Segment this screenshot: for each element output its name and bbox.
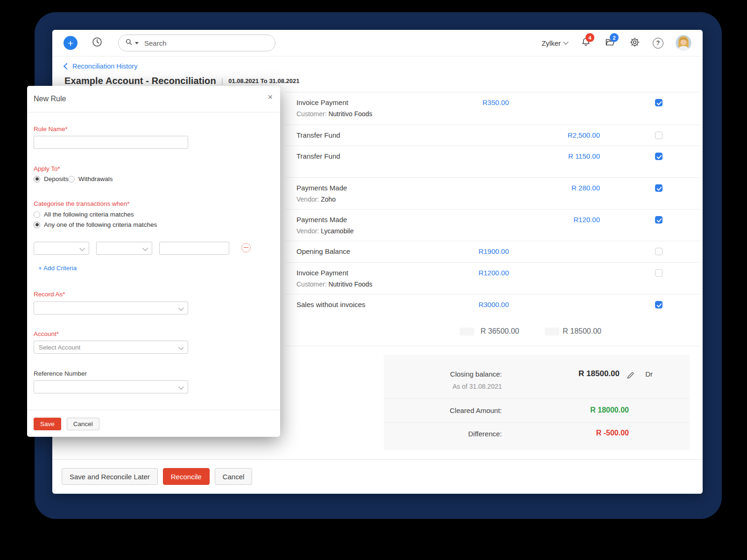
- criteria-any-radio[interactable]: Any one of the following criteria matche…: [34, 221, 157, 228]
- quick-create-button[interactable]: +: [63, 36, 78, 50]
- row-checkbox[interactable]: [655, 99, 662, 106]
- account-placeholder: Select Account: [39, 344, 80, 351]
- radio-icon: [34, 222, 40, 228]
- table-row: Sales without invoices R3000.00: [286, 294, 700, 322]
- modal-title: New Rule: [34, 95, 66, 103]
- table-row: Invoice Payment Customer: Nutritivo Food…: [286, 92, 700, 125]
- account-select[interactable]: Select Account: [34, 341, 188, 354]
- transaction-type: Opening Balance: [296, 247, 350, 255]
- org-switcher[interactable]: Zylker: [542, 39, 568, 47]
- row-checkbox[interactable]: [655, 269, 662, 277]
- chevron-down-icon: [79, 245, 85, 251]
- categorise-label: Categorise the transactions when*: [34, 200, 130, 207]
- topbar-right-cluster: Zylker 4: [542, 30, 691, 56]
- rule-name-input[interactable]: [34, 136, 188, 149]
- save-and-reconcile-later-button[interactable]: Save and Reconcile Later: [62, 468, 158, 485]
- radio-icon: [34, 211, 40, 218]
- search-input[interactable]: [143, 39, 253, 48]
- cancel-button[interactable]: Cancel: [215, 468, 253, 485]
- org-name: Zylker: [542, 39, 561, 47]
- criteria-field-select[interactable]: [34, 242, 89, 255]
- apply-to-withdrawals-radio[interactable]: Withdrawals: [68, 175, 113, 182]
- divider: [384, 422, 690, 423]
- table-row: Payments Made Vendor: Zoho R 280.00: [286, 178, 700, 210]
- difference-value: R -500.00: [596, 429, 629, 437]
- closing-balance-value: R 18500.00: [578, 369, 620, 378]
- breadcrumb-label: Reconciliation History: [72, 63, 137, 70]
- transaction-type: Payments Made: [296, 184, 347, 192]
- search-scope-dropdown-icon[interactable]: [135, 42, 139, 44]
- row-checkbox[interactable]: [655, 248, 662, 255]
- chevron-down-icon: [563, 39, 568, 44]
- close-icon[interactable]: ×: [268, 93, 273, 101]
- transaction-amount: R3000.00: [479, 301, 509, 308]
- reconciliation-summary: Closing balance: As of 31.08.2021 R 1850…: [384, 355, 690, 450]
- row-checkbox[interactable]: [655, 184, 662, 192]
- documents-badge: 2: [610, 33, 619, 42]
- transaction-amount: R1900.00: [479, 247, 509, 255]
- radio-icon: [34, 176, 40, 182]
- settings-button[interactable]: [628, 37, 641, 49]
- transaction-type: Transfer Fund: [296, 131, 340, 139]
- criteria-value-input[interactable]: [159, 242, 229, 255]
- closing-balance-asof: As of 31.08.2021: [452, 383, 502, 390]
- table-row: Transfer Fund R2,500.00: [286, 125, 700, 146]
- user-avatar[interactable]: [676, 35, 691, 51]
- transaction-type: Transfer Fund: [296, 152, 340, 160]
- record-as-label: Record As*: [34, 291, 65, 298]
- remove-criteria-icon[interactable]: [241, 243, 251, 252]
- history-clock-icon: [91, 36, 103, 50]
- search-icon: [125, 38, 133, 48]
- row-checkbox[interactable]: [655, 301, 662, 308]
- notifications-button[interactable]: 4: [580, 37, 592, 49]
- deposits-total: R 36500.00: [480, 327, 519, 336]
- account-label: Account*: [34, 330, 59, 337]
- withdrawals-total: R 18500.00: [563, 327, 601, 336]
- add-criteria-link[interactable]: + Add Criteria: [38, 265, 77, 272]
- reference-number-select[interactable]: [34, 380, 188, 393]
- transaction-type: Payments Made: [296, 216, 353, 224]
- title-row: Example Account - Reconciliation | 01.08…: [64, 76, 299, 86]
- help-button[interactable]: ?: [653, 38, 663, 49]
- reconcile-button[interactable]: Reconcile: [163, 468, 210, 485]
- rule-name-label: Rule Name*: [34, 126, 68, 133]
- transaction-amount: R120.00: [573, 216, 600, 224]
- transaction-amount: R 280.00: [571, 184, 600, 192]
- table-row: Transfer Fund R 1150.00: [286, 146, 700, 178]
- transaction-amount: R1200.00: [479, 269, 509, 277]
- record-as-select[interactable]: [34, 301, 188, 315]
- modal-save-button[interactable]: Save: [34, 418, 61, 430]
- apply-to-label: Apply To*: [34, 165, 60, 172]
- row-checkbox[interactable]: [655, 216, 662, 224]
- closing-balance-label: Closing balance:: [450, 370, 502, 378]
- chevron-down-icon: [178, 384, 183, 389]
- gear-icon: [629, 37, 640, 49]
- page-title: Example Account - Reconciliation: [64, 76, 216, 86]
- edit-closing-balance-button[interactable]: [627, 371, 634, 381]
- transaction-amount: R2,500.00: [568, 131, 600, 139]
- criteria-comparator-select[interactable]: [96, 242, 152, 255]
- table-row: Opening Balance R1900.00: [286, 241, 700, 263]
- modal-cancel-button[interactable]: Cancel: [67, 418, 99, 430]
- transaction-subtext: Customer: Nutritivo Foods: [296, 280, 373, 288]
- row-checkbox[interactable]: [655, 132, 662, 139]
- chevron-left-icon: [63, 63, 70, 70]
- row-checkbox[interactable]: [655, 153, 662, 160]
- breadcrumb[interactable]: Reconciliation History: [64, 63, 137, 70]
- table-row: Invoice Payment Customer: Nutritivo Food…: [286, 263, 700, 294]
- criteria-all-radio[interactable]: All the following criteria matches: [34, 211, 134, 218]
- closing-balance-drcr: Dr: [645, 370, 653, 378]
- cleared-amount-value: R 18000.00: [590, 406, 629, 414]
- stage: + Zylker: [0, 0, 747, 560]
- transactions-table: Invoice Payment Customer: Nutritivo Food…: [286, 92, 700, 346]
- transaction-type: Invoice Payment: [296, 269, 373, 277]
- documents-button[interactable]: 2: [604, 37, 616, 49]
- search-bar[interactable]: [118, 35, 275, 51]
- cleared-amount-label: Cleared Amount:: [450, 406, 502, 414]
- recent-history-button[interactable]: [90, 36, 104, 50]
- totals-row: R 36500.00 R 18500.00: [286, 322, 700, 346]
- reconciliation-date-range: 01.08.2021 To 31.08.2021: [228, 77, 299, 84]
- modal-header: New Rule ×: [27, 86, 280, 112]
- apply-to-deposits-radio[interactable]: Deposits: [34, 175, 69, 182]
- chevron-down-icon: [178, 344, 183, 350]
